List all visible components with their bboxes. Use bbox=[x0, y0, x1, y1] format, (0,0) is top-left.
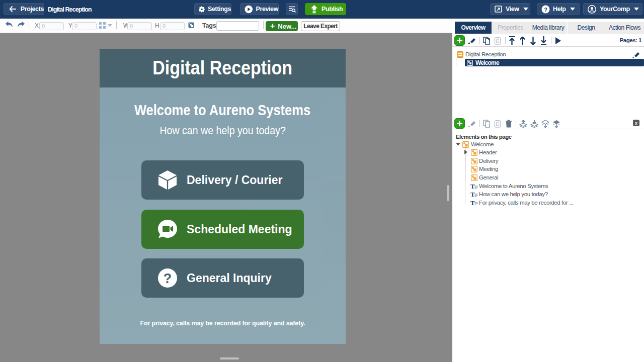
svg-text:?: ? bbox=[164, 271, 172, 286]
svg-text:T: T bbox=[470, 191, 475, 198]
svg-text:T: T bbox=[470, 200, 475, 206]
svg-text:?: ? bbox=[544, 6, 547, 12]
svg-text:T: T bbox=[470, 183, 475, 190]
